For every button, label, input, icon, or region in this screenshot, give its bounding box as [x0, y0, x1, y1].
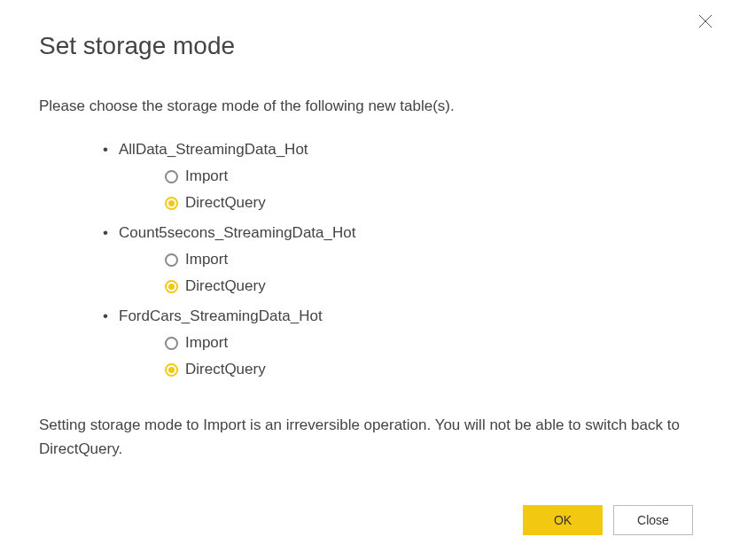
dialog-buttons: OK Close — [523, 505, 693, 535]
storage-options: Import DirectQuery — [119, 246, 693, 299]
storage-options: Import DirectQuery — [119, 163, 693, 216]
radio-option-directquery[interactable]: DirectQuery — [165, 273, 693, 299]
table-block: FordCars_StreamingData_Hot Import Direct… — [119, 303, 693, 383]
table-name: Count5secons_StreamingData_Hot — [119, 220, 693, 246]
radio-label: Import — [185, 330, 228, 356]
set-storage-mode-dialog: Set storage mode Please choose the stora… — [0, 0, 732, 560]
table-name: AllData_StreamingData_Hot — [119, 136, 693, 163]
radio-option-directquery[interactable]: DirectQuery — [165, 190, 693, 216]
radio-icon — [165, 337, 178, 350]
storage-options: Import DirectQuery — [119, 330, 693, 383]
radio-option-directquery[interactable]: DirectQuery — [165, 356, 693, 383]
radio-label: Import — [185, 163, 228, 190]
warning-text: Setting storage mode to Import is an irr… — [39, 413, 693, 461]
radio-icon — [165, 280, 178, 293]
close-button[interactable]: Close — [613, 505, 693, 535]
radio-option-import[interactable]: Import — [165, 246, 693, 273]
radio-option-import[interactable]: Import — [165, 163, 693, 190]
ok-button[interactable]: OK — [523, 505, 603, 535]
instruction-text: Please choose the storage mode of the fo… — [39, 97, 693, 115]
tables-list: AllData_StreamingData_Hot Import DirectQ… — [39, 136, 693, 386]
close-icon[interactable] — [697, 12, 714, 30]
radio-label: DirectQuery — [185, 273, 266, 299]
radio-label: DirectQuery — [185, 356, 266, 383]
radio-label: DirectQuery — [185, 190, 266, 216]
radio-label: Import — [185, 246, 228, 273]
radio-icon — [165, 170, 178, 183]
radio-icon — [165, 197, 178, 210]
dialog-title: Set storage mode — [39, 32, 693, 60]
radio-icon — [165, 363, 178, 377]
radio-icon — [165, 253, 178, 267]
table-name: FordCars_StreamingData_Hot — [119, 303, 693, 330]
table-block: AllData_StreamingData_Hot Import DirectQ… — [119, 136, 693, 216]
radio-option-import[interactable]: Import — [165, 330, 693, 356]
table-block: Count5secons_StreamingData_Hot Import Di… — [119, 220, 693, 299]
